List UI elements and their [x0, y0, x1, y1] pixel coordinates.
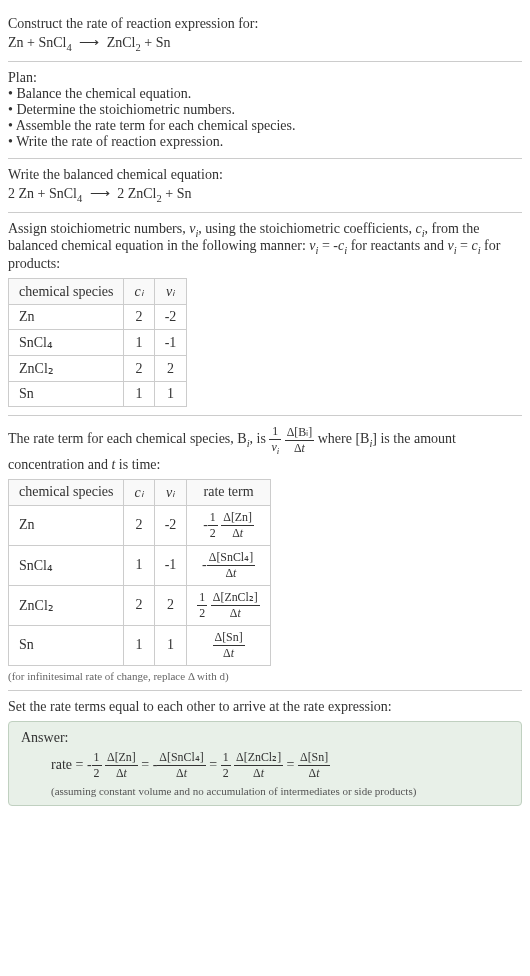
table-cell: 12 Δ[ZnCl₂]Δt: [187, 585, 270, 625]
fraction: 12: [208, 510, 218, 541]
frac-num: Δ[Sn]: [213, 630, 245, 646]
header-text: cᵢ: [134, 485, 143, 500]
table-cell: 2: [124, 585, 154, 625]
table-cell: Sn: [9, 382, 124, 407]
rate-term-table: chemical species cᵢ νᵢ rate term Zn 2 -2…: [8, 479, 271, 666]
fraction: 12: [92, 750, 102, 781]
frac-den: Δt: [285, 441, 315, 456]
table-cell: -1: [154, 330, 187, 356]
plan-item: Balance the chemical equation.: [8, 86, 522, 102]
arrow-icon: ⟶: [75, 35, 103, 50]
t-var: t: [124, 766, 127, 780]
table-row: SnCl₄1-1: [9, 330, 187, 356]
frac-num: 1: [197, 590, 207, 606]
eq-sub: 4: [77, 193, 82, 204]
equals: =: [138, 756, 153, 771]
fraction: Δ[Zn]Δt: [221, 510, 254, 541]
equals: =: [206, 756, 221, 771]
stoich-section: Assign stoichiometric numbers, νi, using…: [8, 213, 522, 417]
frac-num: Δ[SnCl₄]: [157, 750, 205, 766]
eq-sub: 4: [66, 42, 71, 53]
frac-den: 2: [197, 606, 207, 621]
text-part: =: [457, 238, 472, 253]
table-cell: ZnCl₂: [9, 585, 124, 625]
table-cell: 1: [124, 382, 154, 407]
table-cell: Zn: [9, 305, 124, 330]
table-header-row: chemical species cᵢ νᵢ rate term: [9, 479, 271, 505]
text-part: is time:: [115, 457, 160, 472]
table-cell: Sn: [9, 625, 124, 665]
rate-term-text: The rate term for each chemical species,…: [8, 424, 522, 472]
fraction: Δ[ZnCl₂]Δt: [234, 750, 283, 781]
frac-den: Δt: [213, 646, 245, 661]
table-header: νᵢ: [154, 479, 187, 505]
frac-den: Δt: [105, 766, 138, 781]
frac-den: 2: [92, 766, 102, 781]
table-cell: 1: [154, 382, 187, 407]
eq-rhs: 2 ZnCl: [117, 186, 156, 201]
plan-item: Assemble the rate term for each chemical…: [8, 118, 522, 134]
fraction: 12: [197, 590, 207, 621]
frac-den: Δt: [157, 766, 205, 781]
frac-num: Δ[Sn]: [298, 750, 330, 766]
text-part: , using the stoichiometric coefficients,: [198, 221, 415, 236]
fraction: Δ[Zn]Δt: [105, 750, 138, 781]
eq-lhs: 2 Zn + SnCl: [8, 186, 77, 201]
frac-num: 1: [269, 424, 281, 440]
t-var: t: [231, 646, 234, 660]
t-var: t: [316, 766, 319, 780]
frac-den: 2: [208, 526, 218, 541]
table-cell: 1: [124, 545, 154, 585]
table-cell: 2: [154, 356, 187, 382]
header-text: cᵢ: [134, 284, 143, 299]
table-row: Zn 2 -2 -12 Δ[Zn]Δt: [9, 505, 271, 545]
text-part: for reactants and: [347, 238, 447, 253]
table-cell: -1: [154, 545, 187, 585]
frac-num: Δ[ZnCl₂]: [234, 750, 283, 766]
fraction: 1νi: [269, 424, 281, 456]
fraction: Δ[Sn]Δt: [298, 750, 330, 781]
prompt-title: Construct the rate of reaction expressio…: [8, 16, 522, 32]
table-cell: -2: [154, 305, 187, 330]
plan-title: Plan:: [8, 70, 522, 86]
table-header: chemical species: [9, 479, 124, 505]
text-part: where [B: [318, 432, 370, 447]
fraction: 12: [221, 750, 231, 781]
prompt-equation: Zn + SnCl4 ⟶ ZnCl2 + Sn: [8, 34, 522, 53]
prompt-section: Construct the rate of reaction expressio…: [8, 8, 522, 62]
frac-num: 1: [208, 510, 218, 526]
table-cell: SnCl₄: [9, 330, 124, 356]
table-cell: SnCl₄: [9, 545, 124, 585]
answer-expression: rate = -12 Δ[Zn]Δt = -Δ[SnCl₄]Δt = 12 Δ[…: [21, 750, 509, 781]
table-cell: Δ[Sn]Δt: [187, 625, 270, 665]
table-row: Zn2-2: [9, 305, 187, 330]
assumption-note: (assuming constant volume and no accumul…: [21, 785, 509, 797]
frac-num: Δ[Bᵢ]: [285, 425, 315, 441]
table-row: Sn11: [9, 382, 187, 407]
text-part: Assign stoichiometric numbers,: [8, 221, 189, 236]
frac-num: 1: [92, 750, 102, 766]
table-cell: 2: [154, 585, 187, 625]
table-cell: 1: [124, 625, 154, 665]
frac-num: Δ[SnCl₄]: [207, 550, 255, 566]
eq-rhs: ZnCl: [107, 35, 136, 50]
answer-label: Answer:: [21, 730, 509, 746]
sub-i: i: [277, 447, 279, 457]
arrow-icon: ⟶: [86, 186, 114, 201]
table-cell: 2: [124, 356, 154, 382]
fraction: Δ[SnCl₄]Δt: [157, 750, 205, 781]
table-row: SnCl₄ 1 -1 -Δ[SnCl₄]Δt: [9, 545, 271, 585]
table-row: ZnCl₂22: [9, 356, 187, 382]
stoich-table: chemical species cᵢ νᵢ Zn2-2 SnCl₄1-1 Zn…: [8, 278, 187, 407]
table-cell: 1: [124, 330, 154, 356]
plan-item: Determine the stoichiometric numbers.: [8, 102, 522, 118]
eq-rhs2: + Sn: [162, 186, 192, 201]
plan-section: Plan: Balance the chemical equation. Det…: [8, 62, 522, 159]
table-cell: 2: [124, 505, 154, 545]
rate-label: rate =: [51, 756, 87, 771]
table-header: cᵢ: [124, 279, 154, 305]
fraction: Δ[SnCl₄]Δt: [207, 550, 255, 581]
frac-den: νi: [269, 440, 281, 456]
table-cell: 2: [124, 305, 154, 330]
t-var: t: [261, 766, 264, 780]
